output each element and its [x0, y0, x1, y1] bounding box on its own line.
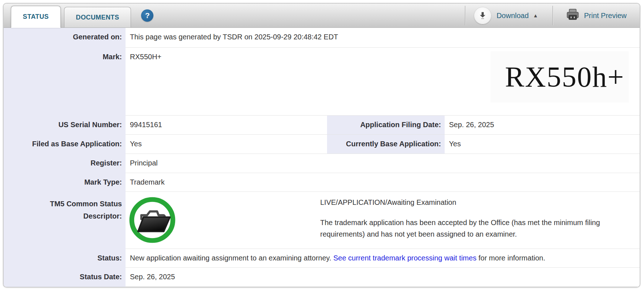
currently-base-label: Currently Base Application:: [327, 135, 445, 154]
wait-times-link[interactable]: See current trademark processing wait ti…: [333, 254, 476, 262]
printer-icon: [566, 8, 584, 23]
filed-as-base-label: Filed as Base Application:: [4, 135, 126, 154]
mark-image-text: RX550h+: [505, 62, 624, 91]
tm5-description: The trademark application has been accep…: [320, 217, 613, 240]
row-tm5-descriptor: TM5 Common Status Descriptor:: [4, 192, 640, 249]
mark-image: RX550h+: [491, 51, 629, 103]
tab-documents-label: DOCUMENTS: [76, 14, 119, 21]
row-mark: Mark: RX550H+ RX550h+: [4, 48, 640, 116]
mark-type-value: Trademark: [126, 173, 640, 192]
status-value: New application awaiting assignment to a…: [126, 249, 640, 268]
mark-label: Mark:: [4, 48, 126, 116]
print-preview-label: Print Preview: [584, 12, 627, 20]
us-serial-number-label: US Serial Number:: [4, 116, 126, 135]
mark-value: RX550H+: [130, 53, 161, 61]
toolbar-divider: [465, 6, 465, 25]
tab-status[interactable]: STATUS: [11, 6, 61, 28]
application-filing-date-value: Sep. 26, 2025: [445, 116, 640, 135]
status-label: Status:: [4, 249, 126, 268]
tm5-label-line1: TM5 Common Status: [6, 198, 122, 210]
download-button[interactable]: Download ▲: [474, 7, 538, 24]
toolbar-divider: [552, 6, 553, 25]
tm5-label-line2: Descriptor:: [6, 210, 122, 222]
tm5-text-block: LIVE/APPLICATION/Awaiting Examination Th…: [320, 192, 620, 240]
application-filing-date-label: Application Filing Date:: [327, 116, 445, 135]
status-text-before: New application awaiting assignment to a…: [130, 254, 333, 262]
tsdr-panel: STATUS DOCUMENTS ? Download ▲: [3, 3, 640, 288]
row-generated-on: Generated on: This page was generated by…: [4, 28, 640, 48]
row-serial-filing: US Serial Number: 99415161 Application F…: [4, 116, 640, 135]
mark-value-cell: RX550H+ RX550h+: [126, 48, 640, 116]
status-date-label: Status Date:: [4, 268, 126, 287]
currently-base-value: Yes: [445, 135, 640, 154]
collapse-triangle-icon: ▲: [533, 13, 538, 18]
mark-type-label: Mark Type:: [4, 173, 126, 192]
generated-on-label: Generated on:: [4, 28, 126, 48]
register-value: Principal: [126, 154, 640, 173]
download-label: Download: [496, 12, 529, 20]
tm5-status-line: LIVE/APPLICATION/Awaiting Examination: [320, 198, 620, 207]
tab-documents[interactable]: DOCUMENTS: [64, 7, 131, 27]
tab-status-label: STATUS: [23, 13, 49, 21]
tsdr-status-page: STATUS DOCUMENTS ? Download ▲: [0, 0, 644, 289]
download-arrow-icon: [474, 7, 491, 24]
row-base-application: Filed as Base Application: Yes Currently…: [4, 135, 640, 154]
row-register: Register: Principal: [4, 154, 640, 173]
us-serial-number-value: 99415161: [126, 116, 327, 135]
open-folder-live-icon: [128, 196, 176, 244]
tm5-label: TM5 Common Status Descriptor:: [4, 192, 126, 249]
row-status-date: Status Date: Sep. 26, 2025: [4, 268, 640, 287]
tm5-value-cell: LIVE/APPLICATION/Awaiting Examination Th…: [126, 192, 640, 249]
row-mark-type: Mark Type: Trademark: [4, 173, 640, 192]
tab-bar: STATUS DOCUMENTS ? Download ▲: [4, 4, 640, 28]
filed-as-base-value: Yes: [126, 135, 327, 154]
status-date-value: Sep. 26, 2025: [126, 268, 640, 287]
status-text-after: for more information.: [476, 254, 545, 262]
generated-on-value: This page was generated by TSDR on 2025-…: [126, 28, 640, 48]
print-preview-button[interactable]: Print Preview: [566, 8, 627, 23]
row-status: Status: New application awaiting assignm…: [4, 249, 640, 268]
register-label: Register:: [4, 154, 126, 173]
toolbar-right: Download ▲ Print Preview: [465, 4, 640, 27]
help-icon[interactable]: ?: [141, 9, 153, 22]
